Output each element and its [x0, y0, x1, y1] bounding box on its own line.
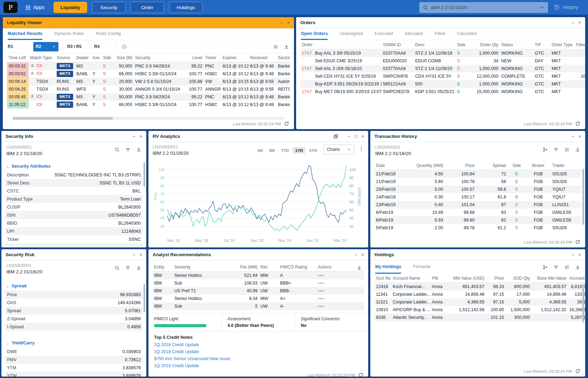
hierarchy-icon[interactable] [542, 265, 548, 270]
maximize-button[interactable]: □ [355, 134, 357, 139]
order-row[interactable]: Sell EDU0 CME 3/25/19 EDU000020EDU0 COMB… [300, 57, 585, 65]
liquidity-row[interactable]: 00:04:25 TSOX RUNS WFS S 30,000ANNGR 0 3… [7, 85, 290, 93]
rule-tab-r3-r5[interactable]: R3 / R5 [62, 40, 89, 53]
close-button[interactable]: × [578, 20, 581, 25]
attribute-row[interactable]: Price98.932683 [5, 290, 143, 299]
hierarchy-icon[interactable] [542, 147, 548, 152]
attribute-row[interactable]: Product TypeTerm Loan [5, 195, 143, 203]
range-1yr[interactable]: 1YR [293, 147, 305, 154]
holding-row[interactable]: 12416Koch Financial...Arora 651,403.5798… [374, 283, 585, 291]
minimize-button[interactable]: – [572, 20, 574, 25]
credit-note-link[interactable]: 1Q 2018 Credit Update [154, 349, 363, 354]
close-button[interactable]: × [578, 134, 581, 139]
refresh-icon[interactable] [284, 121, 289, 126]
minimize-button[interactable]: – [355, 252, 357, 257]
analyst-row[interactable]: IBMSenior Holdco8.34 MWA+ ••• [153, 295, 364, 302]
download-icon[interactable] [284, 44, 289, 49]
refresh-icon[interactable] [575, 121, 580, 126]
attribute-row[interactable]: DescriptionSS&C TECHNOLOGIES INC TL B3 (… [5, 171, 143, 179]
more-menu-icon[interactable]: ⋮ [359, 145, 364, 152]
tab-firmwide[interactable]: Firmwide [413, 260, 431, 274]
holding-row[interactable]: 10810APICORP Buy & ...Arora 1,512,142.56… [374, 306, 585, 314]
tab-my-holdings[interactable]: My Holdings [375, 260, 401, 274]
vertical-scrollbar[interactable] [582, 284, 584, 323]
row-actions-icon[interactable]: ••• [318, 288, 324, 293]
range-3m[interactable]: 3M [267, 147, 276, 154]
transaction-row[interactable]: 21/Feb/195.60100.78 58B FOBSSUD5 [374, 178, 581, 186]
columns-icon[interactable] [564, 265, 569, 270]
close-button[interactable]: × [361, 252, 364, 257]
transaction-row[interactable]: 13/Feb/190.40101.04 87S FOBLLIN151 [374, 201, 581, 209]
download-icon[interactable] [357, 265, 362, 271]
attribute-row[interactable]: CUSIPBL2640300 [5, 203, 143, 211]
order-row[interactable]: 17A7Buy MET 09/19 500 3/20/19 13:078 SWP… [300, 88, 585, 96]
transaction-row[interactable]: 21/Feb/194.50100.84 72B FOBSSUD5 [374, 170, 581, 178]
analyst-row[interactable]: IBMSub108.53 UWBBB+ ••• [153, 279, 364, 287]
attribute-row[interactable]: Spread5.07061 [5, 307, 143, 315]
order-row[interactable]: 17A7Sell AAL 3 /3/8 05/18/10 023770AA8ST… [300, 65, 585, 72]
attribute-row[interactable]: PMV0.73612 [5, 356, 143, 364]
tab-executed[interactable]: Executed [374, 28, 393, 40]
liquidity-row[interactable]: 00:03:32 IOI MKTX MS S 50,000PNC 3.9 04/… [7, 62, 290, 70]
minimize-button[interactable]: – [133, 134, 135, 139]
attribute-row[interactable]: UPI12148043 [5, 227, 143, 235]
attribute-row[interactable]: CSTCBKL [5, 187, 143, 195]
rule-select-r2[interactable]: R2 [33, 42, 58, 51]
section-spread[interactable]: ⌄Spread [1, 281, 146, 290]
refresh-icon[interactable] [575, 369, 580, 374]
holding-row[interactable]: 11341Corporate Ladder...Arora 14,856.469… [374, 290, 585, 298]
attribute-row[interactable]: ISINUS78466DBD57 [5, 211, 143, 219]
tab-rules-config[interactable]: Rules Config [96, 28, 121, 40]
rule-tab-r1[interactable]: R1 [3, 40, 30, 53]
close-button[interactable]: × [361, 134, 364, 139]
minimize-button[interactable]: – [572, 252, 574, 257]
download-icon[interactable] [136, 265, 141, 271]
horizontal-scrollbar[interactable] [13, 117, 284, 120]
add-rule-button[interactable] [122, 44, 127, 49]
charts-select[interactable]: Charts [323, 145, 355, 154]
attribute-row[interactable]: YTM3.838579 [5, 364, 143, 372]
order-row[interactable]: Sell CDX HY31 ICE 5Y 3/25/19 SWPC0HFI5CD… [300, 72, 585, 80]
section-security-attributes[interactable]: ⌄ Security Attributes [1, 162, 146, 171]
popout-icon[interactable] [333, 134, 338, 139]
nav-liquidity-button[interactable]: Liquidity [54, 2, 87, 13]
liquidity-row[interactable]: 00:04:14 TSOX RUNS MSY S 20,000VW 2 5.8 … [7, 78, 290, 85]
tab-open-orders[interactable]: Open Orders [301, 28, 328, 40]
holding-row[interactable]: 11321Corporate Ladder...Arora 4,369.5597… [374, 298, 585, 306]
chevron-down-icon[interactable] [539, 5, 545, 10]
analyst-row[interactable]: IBMSub5 UWA- ••• [153, 302, 364, 310]
filter-icon[interactable] [125, 147, 131, 152]
order-row[interactable]: 17A7Buy AAL 3 3/8 05/15/19 023770AA8STZ … [300, 49, 585, 57]
nav-holdings-button[interactable]: Holdings [169, 2, 203, 13]
attribute-row[interactable]: TickerSSNC [5, 235, 143, 243]
section-yield-carry[interactable]: ⌄Yield/Carry [1, 338, 146, 348]
liquidity-row[interactable]: 11:05:12 IOI MKTX BAMLY S 66,000HSBC 3 3… [7, 101, 290, 108]
credit-note-link[interactable]: 1Q 2018 Credit Update [154, 363, 363, 368]
tab-dynamic-rules[interactable]: Dynamic Rules [54, 28, 84, 40]
nav-order-button[interactable]: Order [131, 2, 164, 13]
row-actions-icon[interactable]: ••• [318, 296, 324, 301]
download-icon[interactable] [575, 147, 580, 152]
tab-matched-results[interactable]: Matched Results [8, 28, 42, 40]
close-button[interactable]: × [578, 252, 581, 257]
history-button[interactable]: History [554, 4, 578, 10]
analyst-row[interactable]: IBMUS Pref T140.99 UWBBB- ••• [153, 287, 364, 295]
download-icon[interactable] [575, 265, 580, 270]
liquidity-row[interactable]: 00:03:52 IOI MKTX BAMLY S 66,000HSBC 3 3… [7, 70, 290, 78]
vertical-scrollbar[interactable] [144, 284, 145, 312]
global-search-input[interactable]: IBM 2.2 01/16/20 [419, 2, 548, 13]
close-button[interactable]: × [139, 134, 142, 139]
filter-icon[interactable] [553, 265, 559, 270]
transaction-row[interactable]: 14/Feb/190.30100.17 61.6B FOBYQIU7 [374, 193, 581, 201]
tab-filled[interactable]: Filled [435, 28, 445, 40]
attribute-row[interactable]: DWE0.035903 [5, 348, 143, 356]
minimize-button[interactable]: – [572, 134, 574, 139]
row-actions-icon[interactable]: ••• [318, 273, 324, 278]
columns-icon[interactable] [564, 147, 569, 152]
holding-row[interactable]: 6335Atlantic Security...Arora 101.15 300… [374, 314, 585, 321]
transaction-row[interactable]: 15/Feb/195.00100.57 59.8S FOBYQIU7 [374, 186, 581, 193]
transaction-row[interactable]: 6/Feb/195.9399.80 62S FOBGMILES5 [374, 216, 581, 224]
attribute-row[interactable]: YTW3.938579 [5, 372, 143, 377]
minimize-button[interactable]: – [280, 20, 283, 25]
credit-note-link[interactable]: 2Q 2018 Credit Update [154, 342, 363, 347]
